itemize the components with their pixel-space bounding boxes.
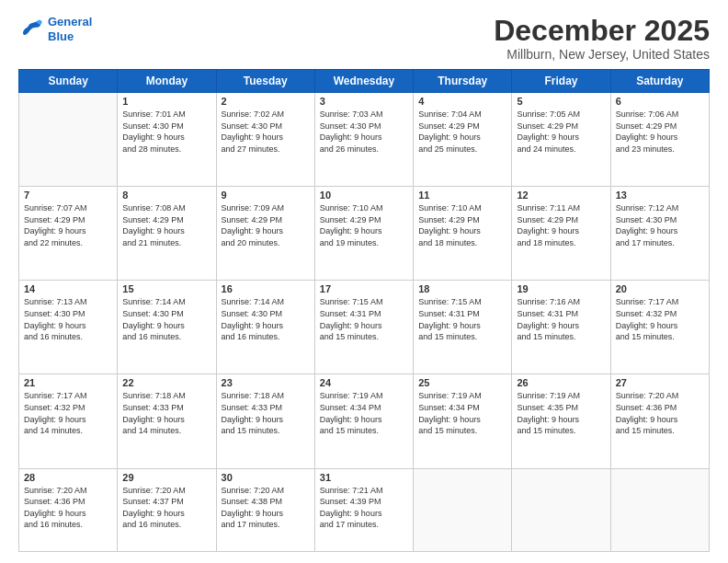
table-row: 26Sunrise: 7:19 AM Sunset: 4:35 PM Dayli…	[512, 374, 610, 468]
header-sunday: Sunday	[19, 70, 118, 93]
day-info: Sunrise: 7:03 AM Sunset: 4:30 PM Dayligh…	[320, 109, 408, 155]
day-info: Sunrise: 7:18 AM Sunset: 4:33 PM Dayligh…	[122, 390, 210, 436]
table-row: 10Sunrise: 7:10 AM Sunset: 4:29 PM Dayli…	[314, 187, 413, 281]
day-number: 9	[222, 190, 310, 201]
day-number: 12	[517, 190, 605, 201]
table-row: 27Sunrise: 7:20 AM Sunset: 4:36 PM Dayli…	[610, 374, 709, 468]
table-row: 13Sunrise: 7:12 AM Sunset: 4:30 PM Dayli…	[610, 187, 709, 281]
table-row: 4Sunrise: 7:04 AM Sunset: 4:29 PM Daylig…	[414, 93, 512, 187]
table-row: 18Sunrise: 7:15 AM Sunset: 4:31 PM Dayli…	[414, 281, 512, 374]
day-info: Sunrise: 7:20 AM Sunset: 4:37 PM Dayligh…	[122, 485, 210, 531]
day-info: Sunrise: 7:14 AM Sunset: 4:30 PM Dayligh…	[222, 296, 310, 342]
day-number: 28	[24, 472, 112, 483]
day-number: 20	[616, 283, 704, 294]
table-row: 9Sunrise: 7:09 AM Sunset: 4:29 PM Daylig…	[216, 187, 314, 281]
header-saturday: Saturday	[610, 70, 709, 93]
day-number: 25	[418, 377, 506, 388]
day-number: 24	[320, 377, 408, 388]
table-row: 29Sunrise: 7:20 AM Sunset: 4:37 PM Dayli…	[118, 468, 216, 552]
header-tuesday: Tuesday	[216, 70, 314, 93]
header-thursday: Thursday	[414, 70, 512, 93]
day-number: 31	[320, 472, 408, 483]
day-info: Sunrise: 7:10 AM Sunset: 4:29 PM Dayligh…	[418, 202, 506, 248]
logo-text: General Blue	[48, 15, 92, 43]
table-row: 28Sunrise: 7:20 AM Sunset: 4:36 PM Dayli…	[19, 468, 118, 552]
day-number: 17	[320, 283, 408, 294]
header-wednesday: Wednesday	[314, 70, 413, 93]
day-number: 15	[122, 283, 210, 294]
header-monday: Monday	[118, 70, 216, 93]
day-number: 1	[122, 96, 210, 107]
day-number: 18	[418, 283, 506, 294]
table-row	[414, 468, 512, 552]
logo: General Blue	[18, 15, 92, 43]
table-row: 6Sunrise: 7:06 AM Sunset: 4:29 PM Daylig…	[610, 93, 709, 187]
month-title: December 2025	[494, 15, 710, 47]
header-friday: Friday	[512, 70, 610, 93]
table-row: 8Sunrise: 7:08 AM Sunset: 4:29 PM Daylig…	[118, 187, 216, 281]
table-row: 14Sunrise: 7:13 AM Sunset: 4:30 PM Dayli…	[19, 281, 118, 374]
table-row: 23Sunrise: 7:18 AM Sunset: 4:33 PM Dayli…	[216, 374, 314, 468]
day-info: Sunrise: 7:19 AM Sunset: 4:34 PM Dayligh…	[320, 390, 408, 436]
logo-line2: Blue	[48, 29, 74, 43]
page: General Blue December 2025 Millburn, New…	[0, 0, 728, 563]
title-block: December 2025 Millburn, New Jersey, Unit…	[494, 15, 710, 62]
day-info: Sunrise: 7:21 AM Sunset: 4:39 PM Dayligh…	[320, 485, 408, 531]
day-info: Sunrise: 7:10 AM Sunset: 4:29 PM Dayligh…	[320, 202, 408, 248]
day-info: Sunrise: 7:17 AM Sunset: 4:32 PM Dayligh…	[24, 390, 112, 436]
day-number: 3	[320, 96, 408, 107]
day-info: Sunrise: 7:06 AM Sunset: 4:29 PM Dayligh…	[616, 109, 704, 155]
day-number: 27	[616, 377, 704, 388]
table-row: 5Sunrise: 7:05 AM Sunset: 4:29 PM Daylig…	[512, 93, 610, 187]
logo-line1: General	[48, 15, 92, 29]
calendar-header-row: Sunday Monday Tuesday Wednesday Thursday…	[19, 70, 710, 93]
day-number: 21	[24, 377, 112, 388]
day-info: Sunrise: 7:20 AM Sunset: 4:36 PM Dayligh…	[616, 390, 704, 436]
header: General Blue December 2025 Millburn, New…	[18, 15, 710, 62]
day-info: Sunrise: 7:01 AM Sunset: 4:30 PM Dayligh…	[122, 109, 210, 155]
day-number: 14	[24, 283, 112, 294]
day-number: 16	[222, 283, 310, 294]
day-number: 10	[320, 190, 408, 201]
day-info: Sunrise: 7:09 AM Sunset: 4:29 PM Dayligh…	[222, 202, 310, 248]
table-row: 17Sunrise: 7:15 AM Sunset: 4:31 PM Dayli…	[314, 281, 413, 374]
table-row: 12Sunrise: 7:11 AM Sunset: 4:29 PM Dayli…	[512, 187, 610, 281]
day-number: 23	[222, 377, 310, 388]
day-number: 11	[418, 190, 506, 201]
calendar-table: Sunday Monday Tuesday Wednesday Thursday…	[18, 69, 710, 552]
table-row: 21Sunrise: 7:17 AM Sunset: 4:32 PM Dayli…	[19, 374, 118, 468]
day-info: Sunrise: 7:08 AM Sunset: 4:29 PM Dayligh…	[122, 202, 210, 248]
day-info: Sunrise: 7:16 AM Sunset: 4:31 PM Dayligh…	[517, 296, 605, 342]
table-row: 25Sunrise: 7:19 AM Sunset: 4:34 PM Dayli…	[414, 374, 512, 468]
day-info: Sunrise: 7:11 AM Sunset: 4:29 PM Dayligh…	[517, 202, 605, 248]
day-info: Sunrise: 7:19 AM Sunset: 4:35 PM Dayligh…	[517, 390, 605, 436]
logo-icon	[18, 17, 44, 42]
table-row	[19, 93, 118, 187]
day-number: 22	[122, 377, 210, 388]
table-row: 1Sunrise: 7:01 AM Sunset: 4:30 PM Daylig…	[118, 93, 216, 187]
day-number: 7	[24, 190, 112, 201]
day-info: Sunrise: 7:19 AM Sunset: 4:34 PM Dayligh…	[418, 390, 506, 436]
day-number: 4	[418, 96, 506, 107]
day-info: Sunrise: 7:20 AM Sunset: 4:36 PM Dayligh…	[24, 485, 112, 531]
day-info: Sunrise: 7:12 AM Sunset: 4:30 PM Dayligh…	[616, 202, 704, 248]
table-row	[610, 468, 709, 552]
table-row	[512, 468, 610, 552]
day-number: 2	[222, 96, 310, 107]
day-number: 5	[517, 96, 605, 107]
day-info: Sunrise: 7:02 AM Sunset: 4:30 PM Dayligh…	[222, 109, 310, 155]
day-number: 8	[122, 190, 210, 201]
day-number: 19	[517, 283, 605, 294]
day-number: 29	[122, 472, 210, 483]
table-row: 19Sunrise: 7:16 AM Sunset: 4:31 PM Dayli…	[512, 281, 610, 374]
table-row: 22Sunrise: 7:18 AM Sunset: 4:33 PM Dayli…	[118, 374, 216, 468]
day-info: Sunrise: 7:15 AM Sunset: 4:31 PM Dayligh…	[418, 296, 506, 342]
table-row: 20Sunrise: 7:17 AM Sunset: 4:32 PM Dayli…	[610, 281, 709, 374]
day-info: Sunrise: 7:17 AM Sunset: 4:32 PM Dayligh…	[616, 296, 704, 342]
table-row: 7Sunrise: 7:07 AM Sunset: 4:29 PM Daylig…	[19, 187, 118, 281]
table-row: 31Sunrise: 7:21 AM Sunset: 4:39 PM Dayli…	[314, 468, 413, 552]
table-row: 24Sunrise: 7:19 AM Sunset: 4:34 PM Dayli…	[314, 374, 413, 468]
location: Millburn, New Jersey, United States	[494, 47, 710, 62]
table-row: 11Sunrise: 7:10 AM Sunset: 4:29 PM Dayli…	[414, 187, 512, 281]
day-info: Sunrise: 7:05 AM Sunset: 4:29 PM Dayligh…	[517, 109, 605, 155]
